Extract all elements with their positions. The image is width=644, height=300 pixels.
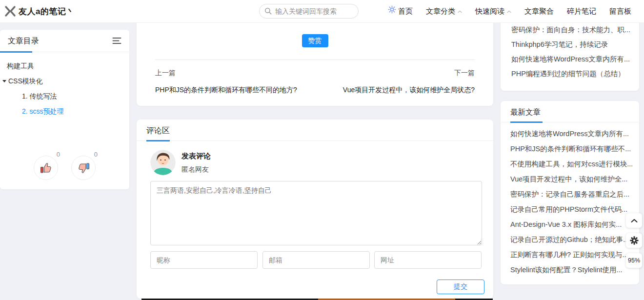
nav-item-home[interactable]: 首页 [398,7,413,16]
donate-button[interactable]: 赞赏 [302,34,328,47]
thumbs-up-icon [40,161,53,175]
triangle-down-icon [2,80,6,82]
article-link[interactable]: Stylelint该如何配置？Stylelint使用... [510,262,632,278]
comment-form-title: 发表评论 [181,152,211,161]
article-link[interactable]: Ant-Design-Vue 3.x 图标库如何实... [510,217,632,232]
toc-collapse-icon[interactable] [112,37,121,46]
article-link[interactable]: 密码保护：面向自身：技术能力、职... [511,22,631,37]
main-nav: 首页 文章分类 快速阅读 文章聚合 碎片笔记 留言板 [398,0,631,23]
nav-item-guestbook[interactable]: 留言板 [609,7,631,16]
nav-item-aggregation[interactable]: 文章聚合 [524,7,554,16]
nav-item-categories[interactable]: 文章分类 [426,7,462,16]
article-link[interactable]: 记录自己常用的PHPStorm文件代码... [510,202,632,217]
article-link[interactable]: 记录自己开源过的Github；绝知此事... [510,232,632,247]
nickname-input[interactable] [150,251,258,269]
search-icon [264,7,272,17]
hot-articles-list: 密码保护：面向自身：技术能力、职... Thinkphp6学习笔记，持续记录 如… [501,20,639,81]
hot-articles-card: 密码保护：面向自身：技术能力、职... Thinkphp6学习笔记，持续记录 如… [501,20,639,91]
article-link[interactable]: 不使用构建工具，如何对css进行模块... [510,157,632,172]
thumbs-down-button[interactable]: 0 [71,156,96,180]
thumbs-down-icon [77,161,90,175]
comment-textarea[interactable] [150,181,482,245]
avatar [150,150,176,175]
article-link[interactable]: 如何快速地将WordPress文章内所有... [510,126,632,141]
settings-button[interactable] [626,233,642,248]
next-post-link[interactable]: Vue项目开发过程中，该如何维护全局状态? [343,86,475,95]
comment-username: 匿名网友 [181,165,209,174]
article-link[interactable]: 密码保护：记录自己服务器重启之后... [510,187,632,202]
nav-item-snippets[interactable]: 碎片笔记 [567,7,596,16]
divider [155,60,475,60]
toc-header: 文章目录 [0,30,129,52]
article-link[interactable]: Thinkphp6学习笔记，持续记录 [511,37,631,52]
article-link[interactable]: 如何快速地将WordPress文章内所有... [511,52,631,66]
toc-title: 文章目录 [8,36,39,46]
chevron-up-icon [507,10,511,13]
thumbs-up-count: 0 [57,151,60,158]
prev-post-label: 上一篇 [155,69,176,78]
latest-articles-title: 最新文章 [510,107,541,118]
search-input[interactable] [259,4,359,19]
latest-articles-list: 如何快速地将WordPress文章内所有... PHP和JS的条件判断和循环有哪… [501,122,639,278]
search-box [259,4,359,19]
chevron-up-icon [458,10,462,13]
toc-sidebar: 文章目录 构建工具 CSS模块化 1. 传统写法 2. scss预处理 [0,30,129,189]
comment-active-underline [146,140,170,141]
toc-item-css-modular[interactable]: CSS模块化 [0,74,129,89]
comment-section: 评论区 发表评论 匿名网友 提交 [137,120,493,299]
article-link[interactable]: PHP编程遇到过的细节问题（总结） [511,66,631,81]
thumbs-up-button[interactable]: 0 [34,156,58,180]
chevron-up-icon [631,219,638,223]
gear-icon [630,236,639,245]
article-link[interactable]: PHP和JS的条件判断和循环有哪些不... [510,141,632,157]
latest-active-underline [510,121,543,123]
thumbs-down-count: 0 [94,151,98,158]
latest-articles-header: 最新文章 [501,101,639,122]
toc-item-build-tools[interactable]: 构建工具 [0,59,129,74]
latest-articles-card: 最新文章 如何快速地将WordPress文章内所有... PHP和JS的条件判断… [501,101,639,284]
zoom-level-indicator[interactable]: 95% [626,253,642,268]
top-navbar: 友人a的笔记丶 首页 文章分类 快速阅读 文章聚合 碎片笔记 [0,0,644,23]
next-post-label: 下一篇 [454,69,475,78]
toc-item-traditional[interactable]: 1. 传统写法 [0,89,129,104]
back-to-top-button[interactable] [626,213,642,228]
comment-title: 评论区 [146,126,170,136]
article-link[interactable]: Vue项目开发过程中，该如何维护全... [510,172,632,187]
nav-item-quick-read[interactable]: 快速阅读 [475,7,511,16]
toc-item-scss[interactable]: 2. scss预处理 [0,104,129,119]
toc-active-underline [0,51,32,53]
toc-tree: 构建工具 CSS模块化 1. 传统写法 2. scss预处理 [0,52,129,119]
site-title: 友人a的笔记丶 [19,6,75,17]
article-link[interactable]: 正则断言有哪几种? 正则如何实现与... [510,247,632,262]
site-logo-icon[interactable] [4,5,17,20]
comment-header: 评论区 [137,120,493,141]
prev-post-link[interactable]: PHP和JS的条件判断和循环有哪些不同的地方? [155,86,297,95]
email-input[interactable] [262,251,370,269]
website-input[interactable] [374,251,482,269]
like-dislike-row: 0 0 [0,156,129,180]
submit-comment-button[interactable]: 提交 [437,280,484,294]
theme-toggle-sun-icon[interactable] [388,5,396,16]
